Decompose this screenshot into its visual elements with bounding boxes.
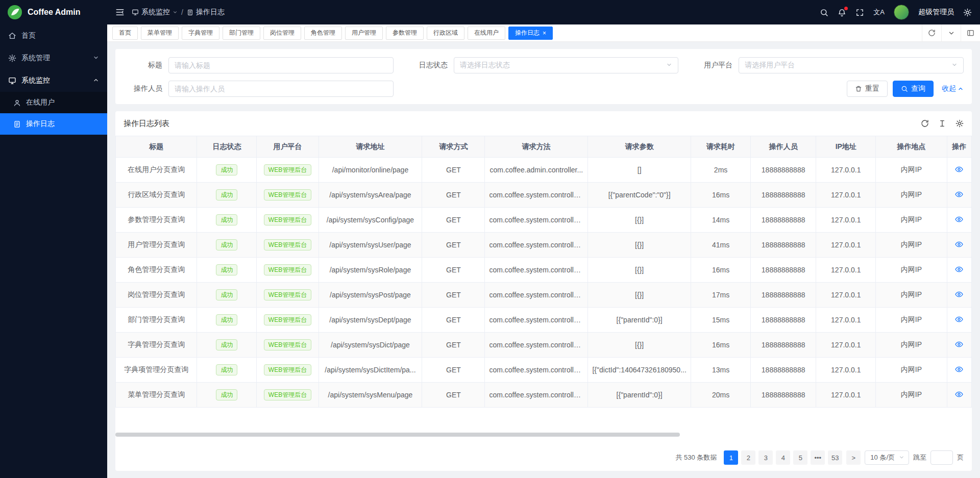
status-badge: 成功 — [216, 314, 237, 325]
tab[interactable]: 参数管理 — [386, 27, 424, 40]
cell-params: [{"parentId":0}] — [588, 383, 691, 408]
column-header: 请求地址 — [318, 136, 422, 158]
fullscreen-icon[interactable] — [855, 8, 864, 17]
column-header: 请求方法 — [485, 136, 588, 158]
tabbar: 首页 菜单管理 字典管理 部门管理 岗位管理 角色管理 用户管理 参数管理 行政… — [107, 24, 980, 42]
notification-bell-icon[interactable] — [838, 8, 846, 17]
page-button[interactable]: ••• — [811, 450, 825, 465]
sidebar-item-operation-log[interactable]: 操作日志 — [0, 113, 107, 135]
operator-input[interactable] — [175, 85, 387, 93]
tab-label: 在线用户 — [474, 29, 499, 37]
view-detail-eye-icon[interactable] — [955, 215, 963, 223]
view-detail-eye-icon[interactable] — [955, 315, 963, 323]
view-detail-eye-icon[interactable] — [955, 290, 963, 298]
menu-fold-icon[interactable] — [115, 8, 125, 17]
collapse-link-label: 收起 — [942, 84, 956, 93]
search-button[interactable]: 查询 — [893, 81, 934, 97]
table-row: 用户管理分页查询 成功 WEB管理后台 /api/system/sysUser/… — [116, 233, 972, 258]
table-row: 在线用户分页查询 成功 WEB管理后台 /api/monitor/online/… — [116, 158, 972, 183]
reset-button[interactable]: 重置 — [847, 81, 888, 97]
tab-label: 菜单管理 — [148, 29, 172, 37]
cell-url: /api/system/sysPost/page — [318, 283, 422, 308]
collapse-filters-link[interactable]: 收起 — [942, 84, 964, 93]
chevron-down-icon — [173, 10, 178, 15]
tab[interactable]: 字典管理 — [182, 27, 219, 40]
tab-label: 行政区域 — [433, 29, 458, 37]
filter-panel: 标题 日志状态 请选择日志状态 — [115, 49, 972, 104]
language-icon[interactable]: 文A — [873, 8, 885, 17]
page-size-select[interactable]: 10 条/页 — [865, 450, 909, 465]
platform-badge: WEB管理后台 — [264, 189, 311, 200]
row-density-icon[interactable] — [938, 119, 946, 128]
table-card-header: 操作日志列表 — [115, 111, 972, 136]
column-settings-gear-icon[interactable] — [955, 119, 964, 128]
cell-operator: 18888888888 — [751, 308, 816, 333]
cell-location: 内网IP — [876, 383, 947, 408]
cell-method: GET — [422, 308, 485, 333]
tab-label: 角色管理 — [311, 29, 335, 37]
sidebar-item-label: 系统监控 — [21, 76, 50, 85]
tab[interactable]: 用户管理 — [345, 27, 383, 40]
cell-duration: 13ms — [691, 358, 751, 383]
pagination: 共 530 条数据 12345•••53 > 10 条/页 跳至 页 — [115, 444, 972, 471]
cell-operator: 18888888888 — [751, 158, 816, 183]
view-detail-eye-icon[interactable] — [955, 265, 963, 273]
cell-ip: 127.0.0.1 — [816, 333, 876, 358]
tab[interactable]: 首页 — [112, 27, 138, 40]
page-button[interactable]: 4 — [776, 450, 790, 465]
column-header: 操作 — [947, 136, 971, 158]
platform-select[interactable]: 请选择用户平台 — [739, 57, 964, 73]
jump-page-input[interactable] — [930, 450, 953, 465]
table-row: 行政区域分页查询 成功 WEB管理后台 /api/system/sysArea/… — [116, 183, 972, 208]
tab[interactable]: 岗位管理 — [263, 27, 301, 40]
topbar-actions: 文A 超级管理员 — [820, 5, 972, 20]
page-size-value: 10 条/页 — [870, 453, 895, 462]
table-spacer — [115, 408, 972, 432]
document-icon — [187, 9, 193, 16]
column-header: 用户平台 — [257, 136, 318, 158]
view-detail-eye-icon[interactable] — [955, 365, 963, 373]
status-select[interactable]: 请选择日志状态 — [454, 57, 679, 73]
sidebar-item-system-management[interactable]: 系统管理 — [0, 47, 107, 69]
view-detail-eye-icon[interactable] — [955, 240, 963, 248]
title-input[interactable] — [175, 61, 387, 69]
view-detail-eye-icon[interactable] — [955, 190, 963, 198]
avatar[interactable] — [894, 5, 909, 20]
settings-gear-icon[interactable] — [963, 8, 972, 17]
tab[interactable]: 在线用户 — [468, 27, 505, 40]
horizontal-scrollbar-thumb[interactable] — [115, 433, 680, 437]
sidebar-item-home[interactable]: 首页 — [0, 24, 107, 47]
tab[interactable]: 行政区域 — [427, 27, 464, 40]
tab-close-icon[interactable]: × — [543, 30, 546, 36]
tab[interactable]: 操作日志 × — [508, 27, 553, 40]
refresh-icon[interactable] — [922, 24, 941, 41]
column-header: IP地址 — [816, 136, 876, 158]
cell-params: [{"dictId":140647326180950... — [588, 358, 691, 383]
view-detail-eye-icon[interactable] — [955, 390, 963, 398]
breadcrumb-section[interactable]: 系统监控 — [132, 8, 178, 17]
refresh-icon[interactable] — [921, 119, 929, 128]
chevron-down-icon[interactable] — [941, 24, 961, 41]
view-detail-eye-icon[interactable] — [955, 165, 963, 173]
content: 标题 日志状态 请选择日志状态 — [107, 42, 980, 478]
layout-icon[interactable] — [961, 24, 980, 41]
page-button[interactable]: 2 — [741, 450, 755, 465]
chevron-down-icon — [899, 454, 904, 462]
tab[interactable]: 菜单管理 — [141, 27, 179, 40]
status-badge: 成功 — [216, 239, 237, 250]
cell-operator: 18888888888 — [751, 208, 816, 233]
sidebar-item-system-monitor[interactable]: 系统监控 — [0, 69, 107, 92]
sidebar-item-label: 操作日志 — [26, 119, 55, 129]
tab[interactable]: 部门管理 — [223, 27, 260, 40]
platform-badge: WEB管理后台 — [264, 339, 311, 350]
tab[interactable]: 角色管理 — [304, 27, 342, 40]
search-icon[interactable] — [820, 8, 828, 17]
platform-badge: WEB管理后台 — [264, 314, 311, 325]
page-button[interactable]: 3 — [758, 450, 773, 465]
sidebar-item-online-users[interactable]: 在线用户 — [0, 92, 107, 113]
page-button[interactable]: 53 — [828, 450, 842, 465]
next-page-button[interactable]: > — [846, 450, 861, 465]
page-button[interactable]: 1 — [724, 450, 738, 465]
page-button[interactable]: 5 — [793, 450, 807, 465]
view-detail-eye-icon[interactable] — [955, 340, 963, 348]
